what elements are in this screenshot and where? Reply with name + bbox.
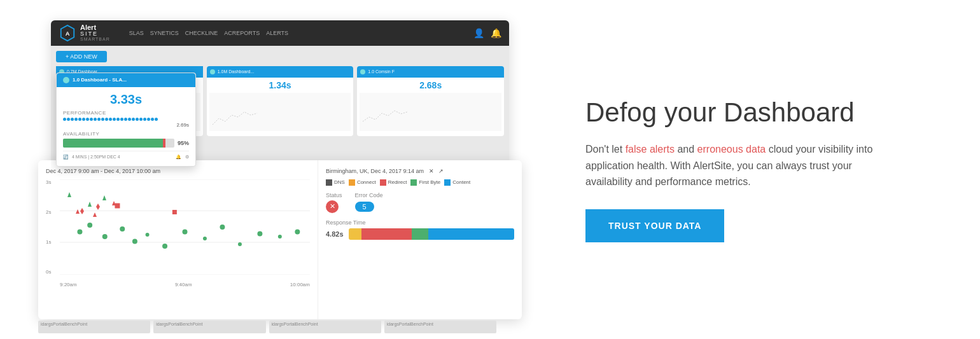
status-section: Status ✕ xyxy=(326,192,342,213)
description: Don't let false alerts and erroneous dat… xyxy=(585,141,891,190)
topbar-nav: SLAs SYNETICS CHECKLINE ACREPORTS ALERTS xyxy=(129,30,288,36)
svg-rect-24 xyxy=(172,210,177,214)
svg-point-16 xyxy=(238,242,242,246)
highlight-erroneous: erroneous data xyxy=(697,144,766,155)
nav-alerts: ALERTS xyxy=(266,30,288,36)
legend-connect: Connect xyxy=(349,179,376,186)
wf-seg-redirect xyxy=(361,228,411,240)
card-dot-3 xyxy=(360,69,365,74)
svg-point-12 xyxy=(162,244,167,249)
chart-yaxis: 3s 2s 1s 0s xyxy=(46,179,59,275)
firstbyte-label: First Byte xyxy=(419,179,440,185)
svg-marker-26 xyxy=(96,204,100,210)
redirect-label: Redirect xyxy=(388,179,407,185)
mockup-container: A Alert SITE SMARTBAR SLAs SYNETICS CHEC… xyxy=(38,20,522,319)
topbar-icons: 👤 🔔 xyxy=(473,28,501,38)
logo-subtitle: SMARTBAR xyxy=(80,37,110,41)
avail-percent: 95% xyxy=(178,140,189,146)
card-header-3: 1.0 Comsin F xyxy=(357,66,504,78)
error-badge: ✕ xyxy=(326,200,339,213)
nav-sla: SLAs xyxy=(129,30,144,36)
popup-card: 1.0 Dashboard - SLA... 3.33s PERFORMANCE xyxy=(56,73,196,167)
svg-point-15 xyxy=(220,225,225,230)
alertsite-logo: A Alert SITE SMARTBAR xyxy=(59,24,110,42)
gear-small-icon: ⚙ xyxy=(185,155,189,160)
card-value-3: 2.68s xyxy=(357,80,504,90)
perf-value: 2.69s xyxy=(63,122,189,128)
error-code-value: 5 xyxy=(355,202,374,212)
svg-point-18 xyxy=(278,235,282,239)
response-time-label: Response Time xyxy=(326,219,514,226)
response-row: 4.82s xyxy=(326,228,514,240)
svg-point-14 xyxy=(203,237,207,240)
avail-bar xyxy=(63,139,174,148)
response-section: Response Time 4.82s xyxy=(326,219,514,240)
svg-point-9 xyxy=(120,226,125,232)
dashboard-cards: 0.7M Dashboar... 3.70s 1.0 D xyxy=(56,66,504,136)
waterfall-bar xyxy=(349,228,514,240)
svg-marker-28 xyxy=(93,212,97,217)
chart-area: 3s 2s 1s 0s xyxy=(46,179,310,287)
popup-footer-icons: 🔔 ⚙ xyxy=(176,155,189,160)
card-chart-2 xyxy=(209,93,351,131)
close-icon[interactable]: ✕ xyxy=(429,168,434,174)
main-heading: Defog your Dashboard xyxy=(585,97,942,128)
bell-small-icon: 🔔 xyxy=(176,155,181,160)
legend-firstbyte: First Byte xyxy=(410,179,440,186)
popup-footer: 🔄 4 MINS | 2:50PM DEC 4 🔔 ⚙ xyxy=(63,151,189,160)
dns-label: DNS xyxy=(334,179,345,185)
svg-point-11 xyxy=(146,233,150,237)
content-label: Content xyxy=(452,179,470,185)
popup-header: 1.0 Dashboard - SLA... xyxy=(57,73,195,87)
svg-rect-23 xyxy=(115,203,120,208)
content-color xyxy=(444,179,451,186)
share-icon[interactable]: ↗ xyxy=(438,168,444,174)
card-dot-2 xyxy=(210,69,215,74)
y-label-3s: 3s xyxy=(46,179,59,185)
nav-checkline: CHECKLINE xyxy=(185,30,218,36)
svg-marker-20 xyxy=(67,192,71,197)
waterfall-legend: DNS Connect Redirect First Byte xyxy=(326,179,514,186)
popup-perf-section: PERFORMANCE xyxy=(63,110,189,128)
redirect-color xyxy=(380,179,386,186)
legend-redirect: Redirect xyxy=(380,179,407,186)
highlight-false-alerts: false alerts xyxy=(626,144,675,155)
avail-fill xyxy=(63,139,163,148)
chart-right: Birmingham, UK, Dec 4, 2017 9:14 am ✕ ↗ … xyxy=(318,160,522,319)
svg-point-6 xyxy=(77,229,82,234)
svg-point-8 xyxy=(102,234,108,239)
trust-your-data-button[interactable]: TRUST YOUR DATA xyxy=(585,209,724,242)
avail-bar-container: 95% xyxy=(63,139,189,148)
add-new-button[interactable]: + ADD NEW xyxy=(56,51,107,62)
connect-color xyxy=(349,179,355,186)
chart-panel: Dec 4, 2017 9:00 am - Dec 4, 2017 10:00 … xyxy=(38,160,522,319)
card-chart-3 xyxy=(360,93,501,131)
y-label-1s: 1s xyxy=(46,239,59,245)
card-title-2: 1.0M Dashboard... xyxy=(218,69,255,74)
legend-content: Content xyxy=(444,179,470,186)
dns-color xyxy=(326,179,332,186)
wf-seg-content xyxy=(428,228,514,240)
card-header-2: 1.0M Dashboard... xyxy=(207,66,354,78)
status-row: Status ✕ Error Code 5 xyxy=(326,192,514,213)
status-label: Status xyxy=(326,192,342,198)
wf-seg-firstbyte xyxy=(412,228,428,240)
legend-dns: DNS xyxy=(326,179,345,186)
popup-avail-section: AVAILABILITY 95% xyxy=(63,131,189,148)
y-label-0s: 0s xyxy=(46,269,59,275)
topbar: A Alert SITE SMARTBAR SLAs SYNETICS CHEC… xyxy=(51,20,509,46)
svg-marker-25 xyxy=(80,208,84,214)
svg-point-13 xyxy=(183,229,188,234)
text-content: Defog your Dashboard Don't let false ale… xyxy=(560,97,942,242)
y-label-2s: 2s xyxy=(46,209,59,215)
popup-refresh-icon: 🔄 xyxy=(63,155,69,160)
x-label-940: 9:40am xyxy=(175,282,192,287)
svg-marker-21 xyxy=(88,202,92,207)
nav-reports: ACREPORTS xyxy=(224,30,260,36)
svg-marker-22 xyxy=(102,195,106,200)
dashboard-card-2: 1.0M Dashboard... 1.34s xyxy=(207,66,354,136)
dashboard-card-1: 0.7M Dashboar... 3.70s 1.0 D xyxy=(56,66,203,136)
footer-strip: idargsPortalBenchPoint idargsPortalBench… xyxy=(38,321,496,333)
svg-point-19 xyxy=(295,229,300,234)
bell-icon: 🔔 xyxy=(491,28,501,38)
